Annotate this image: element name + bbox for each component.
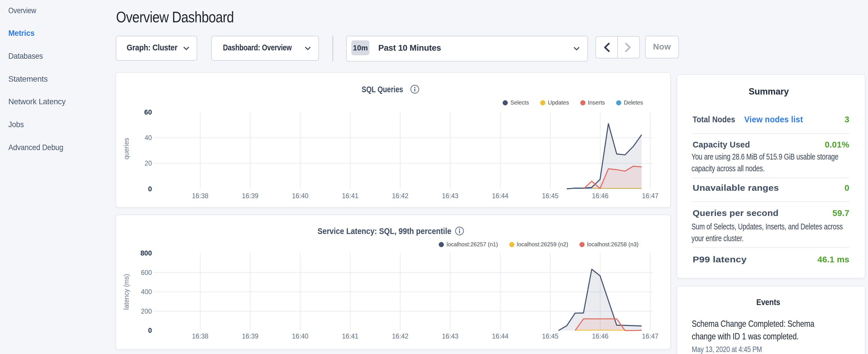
- svg-text:16:45: 16:45: [542, 192, 559, 200]
- svg-text:16:44: 16:44: [492, 332, 509, 340]
- svg-text:16:42: 16:42: [392, 192, 409, 200]
- svg-text:20: 20: [145, 160, 152, 167]
- svg-text:16:41: 16:41: [342, 332, 359, 340]
- svg-text:16:41: 16:41: [342, 192, 359, 200]
- svg-text:16:47: 16:47: [642, 192, 658, 200]
- svg-text:16:44: 16:44: [492, 192, 509, 200]
- svg-text:latency (ms): latency (ms): [123, 274, 130, 310]
- svg-text:800: 800: [141, 249, 152, 257]
- svg-text:16:47: 16:47: [642, 332, 658, 340]
- svg-text:60: 60: [144, 108, 152, 116]
- svg-text:400: 400: [141, 288, 152, 296]
- svg-text:queries: queries: [123, 138, 130, 159]
- svg-text:0: 0: [148, 185, 152, 193]
- svg-text:16:42: 16:42: [392, 332, 409, 340]
- svg-text:16:45: 16:45: [542, 332, 559, 340]
- svg-text:16:39: 16:39: [242, 332, 258, 340]
- svg-text:200: 200: [141, 308, 152, 315]
- svg-text:16:43: 16:43: [442, 332, 459, 340]
- svg-text:16:38: 16:38: [192, 192, 209, 200]
- svg-text:16:40: 16:40: [292, 192, 309, 200]
- svg-text:16:46: 16:46: [592, 192, 609, 200]
- svg-text:16:43: 16:43: [442, 192, 459, 200]
- svg-text:16:39: 16:39: [242, 192, 258, 200]
- svg-text:40: 40: [145, 134, 152, 141]
- svg-text:0: 0: [148, 326, 152, 334]
- svg-text:16:46: 16:46: [592, 332, 609, 340]
- svg-text:16:38: 16:38: [192, 332, 209, 340]
- svg-text:600: 600: [141, 269, 152, 277]
- svg-text:16:40: 16:40: [292, 332, 309, 340]
